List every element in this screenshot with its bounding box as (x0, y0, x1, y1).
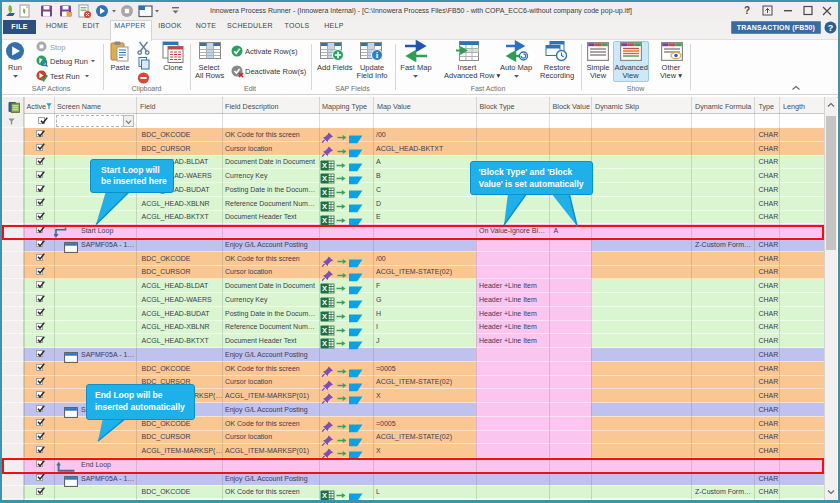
svg-text:X: X (322, 312, 327, 321)
svg-text:X: X (322, 174, 327, 183)
svg-text:X: X (322, 202, 327, 211)
svg-text:X: X (322, 161, 327, 170)
svg-text:X: X (322, 188, 327, 197)
svg-text:X: X (322, 339, 327, 348)
svg-text:X: X (322, 326, 327, 335)
svg-text:X: X (322, 216, 327, 225)
svg-text:X: X (322, 284, 327, 293)
svg-text:X: X (322, 491, 327, 500)
svg-text:?: ? (744, 5, 750, 16)
svg-text:?: ? (828, 23, 834, 33)
svg-text:X: X (322, 298, 327, 307)
